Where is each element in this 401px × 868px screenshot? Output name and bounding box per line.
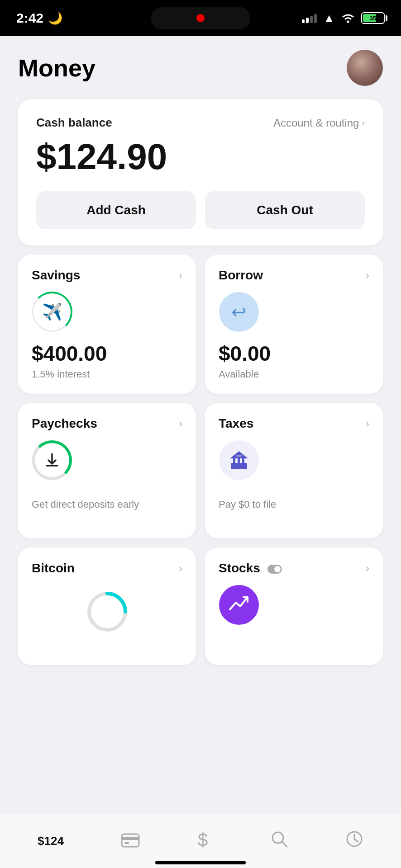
paychecks-icon-wrap [32, 440, 72, 481]
taxes-chevron-icon: › [366, 417, 369, 430]
tab-balance[interactable]: $124 [38, 834, 64, 848]
savings-sub: 1.5% interest [32, 368, 182, 380]
stocks-chevron-icon: › [366, 562, 369, 575]
tab-home[interactable] [121, 830, 140, 852]
paychecks-card[interactable]: Paychecks › Get direct deposits early [18, 403, 196, 538]
savings-icon: ✈️ [32, 292, 72, 332]
history-tab-icon [345, 830, 363, 852]
account-routing-link[interactable]: Account & routing › [273, 117, 365, 129]
borrow-chevron-icon: › [366, 269, 369, 282]
moon-icon: 🌙 [48, 11, 62, 25]
tab-balance-value: $124 [38, 834, 64, 848]
paychecks-icon [32, 440, 72, 480]
signal-icon [302, 13, 317, 23]
account-routing-text: Account & routing [273, 117, 359, 129]
battery-icon: 35 [361, 12, 385, 24]
svg-rect-1 [231, 463, 247, 469]
savings-title: Savings [32, 268, 80, 283]
savings-card[interactable]: Savings › ✈️ $400.00 1.5% interest [18, 255, 196, 394]
chevron-right-icon: › [362, 118, 365, 128]
borrow-amount: $0.00 [219, 341, 369, 366]
card-icon [121, 830, 140, 848]
add-cash-button[interactable]: Add Cash [36, 191, 196, 229]
savings-card-header: Savings › [32, 268, 182, 283]
cash-actions: Add Cash Cash Out [36, 191, 365, 229]
svg-rect-3 [238, 458, 240, 463]
stocks-icon-wrap [219, 585, 259, 625]
svg-line-16 [354, 839, 358, 842]
status-time: 2:42 🌙 [16, 10, 62, 26]
paychecks-chevron-icon: › [179, 417, 182, 430]
savings-icon-wrap: ✈️ [32, 292, 72, 332]
savings-amount: $400.00 [32, 341, 182, 366]
borrow-icon: ↩ [219, 292, 259, 332]
cash-out-button[interactable]: Cash Out [205, 191, 365, 229]
tab-history[interactable] [345, 830, 363, 852]
status-bar: 2:42 🌙 ▲︎ 35 [0, 0, 401, 36]
status-icons: ▲︎ 35 [302, 11, 385, 25]
tab-search[interactable] [270, 830, 288, 852]
clock-icon [345, 830, 363, 848]
search-icon [270, 830, 288, 848]
svg-rect-4 [242, 458, 244, 463]
svg-point-0 [347, 21, 349, 23]
borrow-card[interactable]: Borrow › ↩ $0.00 Available [205, 255, 383, 394]
cash-amount: $124.90 [36, 139, 365, 175]
borrow-sub: Available [219, 368, 369, 380]
stocks-title-text: Stocks [219, 561, 260, 575]
borrow-card-header: Borrow › [219, 268, 369, 283]
cards-grid: Savings › ✈️ $400.00 1.5% interest Borro… [18, 255, 383, 665]
bitcoin-arc-icon [85, 589, 130, 634]
government-building-icon [227, 448, 251, 472]
search-tab-icon [270, 830, 288, 852]
cash-balance-card: Cash balance Account & routing › $124.90… [18, 99, 383, 245]
bitcoin-title: Bitcoin [32, 561, 75, 576]
tab-dollar[interactable]: $ [197, 830, 213, 853]
svg-line-13 [282, 842, 287, 847]
wifi-icon: ▲︎ [323, 11, 335, 25]
svg-rect-10 [124, 842, 129, 844]
bitcoin-card-header: Bitcoin › [32, 561, 182, 576]
stocks-icon [219, 585, 259, 625]
savings-chevron-icon: › [179, 269, 182, 282]
tab-bar: $124 $ [0, 814, 401, 868]
svg-rect-2 [233, 458, 235, 463]
taxes-card[interactable]: Taxes › Pay $0 to file [205, 403, 383, 538]
wifi-icon-svg [341, 13, 355, 23]
taxes-sub: Pay $0 to file [219, 499, 369, 510]
stocks-card-header: Stocks › [219, 561, 369, 576]
svg-text:$: $ [198, 830, 208, 849]
page-header: Money [18, 50, 383, 86]
bitcoin-card[interactable]: Bitcoin › [18, 547, 196, 665]
main-content: Money Cash balance Account & routing › $… [0, 36, 401, 719]
avatar[interactable] [347, 50, 383, 86]
trending-up-icon [228, 594, 250, 616]
bitcoin-chevron-icon: › [179, 562, 182, 575]
paychecks-card-header: Paychecks › [32, 416, 182, 431]
paychecks-sub: Get direct deposits early [32, 499, 182, 510]
dynamic-island [151, 7, 250, 29]
home-tab-icon [121, 830, 140, 852]
time-display: 2:42 [16, 10, 43, 26]
taxes-icon [219, 440, 259, 480]
borrow-icon-wrap: ↩ [219, 292, 259, 332]
cash-balance-label: Cash balance [36, 116, 112, 130]
home-indicator [155, 861, 246, 864]
paychecks-title: Paychecks [32, 416, 97, 431]
taxes-title: Taxes [219, 416, 253, 431]
stocks-title: Stocks [219, 561, 282, 576]
page-title: Money [18, 54, 95, 82]
plane-icon: ✈️ [42, 302, 62, 321]
recording-indicator [196, 14, 205, 22]
stocks-toggle[interactable] [267, 565, 282, 574]
taxes-card-header: Taxes › [219, 416, 369, 431]
battery-level: 35 [370, 15, 376, 22]
svg-rect-9 [122, 837, 139, 840]
svg-rect-6 [236, 455, 242, 457]
borrow-title: Borrow [219, 268, 263, 283]
download-icon [42, 450, 62, 470]
cash-balance-header: Cash balance Account & routing › [36, 116, 365, 130]
stocks-card[interactable]: Stocks › [205, 547, 383, 665]
taxes-icon-wrap [219, 440, 259, 481]
bitcoin-loading [32, 589, 182, 634]
